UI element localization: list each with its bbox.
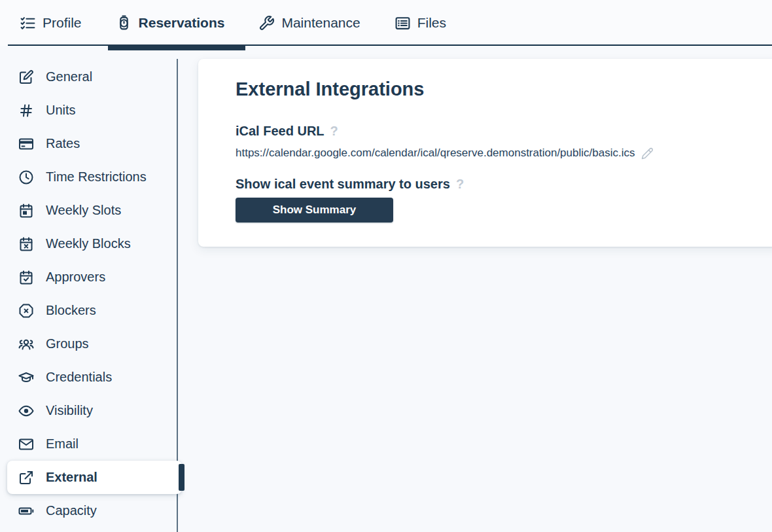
page-content: General Units Rates [0, 46, 772, 532]
tab-label: Reservations [139, 15, 225, 31]
sidebar-item-approvers[interactable]: Approvers [0, 260, 179, 294]
sidebar-item-capacity[interactable]: Capacity [0, 494, 179, 527]
pencil-square-icon [18, 69, 34, 85]
watch-icon [116, 15, 132, 31]
sidebar-item-label: Email [46, 436, 79, 452]
sidebar-item-label: Units [46, 103, 76, 118]
ical-feed-url-row: https://calendar.google.com/calendar/ica… [236, 147, 755, 160]
sidebar-item-label: Groups [46, 336, 89, 351]
calendar-check-icon [18, 270, 34, 285]
summary-setting-label: Show ical event summary to users [236, 176, 450, 192]
credit-card-icon [18, 136, 34, 152]
page-title: External Integrations [236, 79, 755, 99]
top-tab-bar: Profile Reservations Maintenance [0, 0, 772, 46]
sidebar-item-label: Rates [46, 136, 80, 151]
sidebar-item-credentials[interactable]: Credentials [0, 361, 179, 394]
tab-label: Files [417, 15, 446, 31]
sidebar-item-label: Weekly Blocks [46, 236, 131, 251]
tab-label: Profile [43, 15, 82, 31]
hash-icon [18, 103, 34, 118]
sidebar-list: General Units Rates [0, 60, 179, 527]
external-link-icon [18, 470, 34, 486]
settings-sidebar: General Units Rates [0, 46, 179, 532]
sidebar-item-label: Credentials [46, 370, 112, 385]
tab-maintenance[interactable]: Maintenance [258, 15, 360, 31]
sidebar-item-external[interactable]: External [7, 461, 182, 494]
edit-pencil-icon[interactable] [641, 147, 654, 160]
wrench-icon [258, 15, 275, 31]
sidebar-item-groups[interactable]: Groups [0, 327, 179, 361]
sidebar-item-label: General [46, 69, 92, 84]
sidebar-item-weekly-blocks[interactable]: Weekly Blocks [0, 227, 179, 260]
tab-reservations[interactable]: Reservations [116, 15, 225, 31]
sidebar-item-rates[interactable]: Rates [0, 127, 179, 160]
battery-icon [18, 503, 34, 519]
tab-label: Maintenance [281, 15, 360, 31]
help-question-icon[interactable]: ? [330, 123, 338, 139]
calendar-x-icon [18, 236, 34, 252]
ical-feed-url-value: https://calendar.google.com/calendar/ica… [236, 147, 635, 160]
calendar-slot-icon [18, 203, 34, 219]
ical-feed-url-label: iCal Feed URL [236, 123, 325, 139]
sidebar-item-label: Weekly Slots [46, 203, 121, 218]
show-summary-button[interactable]: Show Summary [236, 198, 393, 222]
sidebar-item-label: External [46, 470, 97, 485]
external-integrations-card: External Integrations iCal Feed URL ? ht… [198, 59, 772, 247]
help-question-icon[interactable]: ? [456, 176, 464, 192]
people-icon [18, 336, 34, 352]
mortarboard-icon [18, 370, 34, 385]
sidebar-item-units[interactable]: Units [0, 94, 179, 127]
ical-feed-url-label-row: iCal Feed URL ? [236, 123, 755, 139]
sidebar-item-email[interactable]: Email [0, 427, 179, 461]
x-octagon-icon [18, 303, 34, 319]
sidebar-item-label: Capacity [46, 503, 97, 518]
sidebar-item-label: Approvers [46, 270, 105, 285]
sidebar-item-label: Visibility [46, 403, 93, 418]
card-list-icon [395, 15, 411, 31]
main-panel: External Integrations iCal Feed URL ? ht… [179, 46, 772, 532]
sidebar-item-label: Time Restrictions [46, 169, 147, 185]
summary-setting-label-row: Show ical event summary to users ? [236, 176, 755, 192]
envelope-icon [18, 436, 34, 452]
sidebar-item-general[interactable]: General [0, 60, 179, 94]
sidebar-item-time-restrictions[interactable]: Time Restrictions [0, 160, 179, 194]
clock-icon [18, 169, 34, 185]
sidebar-item-blockers[interactable]: Blockers [0, 294, 179, 327]
sidebar-item-visibility[interactable]: Visibility [0, 394, 179, 427]
list-check-icon [20, 15, 36, 31]
tab-files[interactable]: Files [395, 15, 446, 31]
sidebar-item-label: Blockers [46, 303, 96, 318]
tab-profile[interactable]: Profile [20, 15, 82, 31]
sidebar-item-weekly-slots[interactable]: Weekly Slots [0, 194, 179, 227]
eye-icon [18, 403, 34, 419]
